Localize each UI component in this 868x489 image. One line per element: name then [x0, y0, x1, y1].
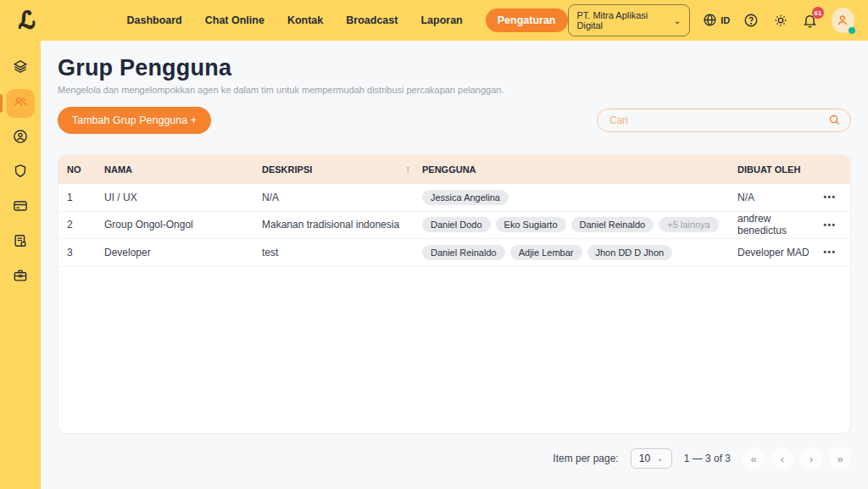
tab-chat-online[interactable]: Chat Online: [205, 14, 264, 26]
table-body: 1 UI / UX N/A Jessica Angelina N/A ••• 2…: [58, 184, 850, 267]
user-chip: Adjie Lembar: [510, 245, 582, 260]
sidebar-item-billing[interactable]: [6, 193, 35, 222]
shield-icon: [12, 163, 29, 183]
user-group-icon: [12, 93, 29, 114]
language-label: ID: [721, 15, 730, 25]
last-page-button[interactable]: »: [829, 447, 851, 470]
row-actions-button[interactable]: •••: [810, 192, 850, 202]
sidebar-item-security[interactable]: [6, 158, 35, 187]
cell-pengguna: Jessica Angelina: [422, 190, 737, 205]
cell-pengguna: Daniel DodoEko SugiartoDaniel Reinaldo+5…: [422, 217, 737, 232]
add-group-button[interactable]: Tambah Grup Pengguna +: [58, 107, 211, 134]
cell-deskripsi: Makanan tradisional indonesia: [262, 219, 422, 231]
cell-dibuat-oleh: Developer MAD: [737, 247, 810, 258]
briefcase-icon: [12, 267, 29, 287]
column-header-deskripsi[interactable]: DESKRIPSI ↑: [262, 164, 422, 175]
credit-card-icon: [12, 197, 29, 218]
items-per-page-select[interactable]: 10 ⌄: [631, 448, 672, 469]
table-row: 3 Developer test Daniel ReinaldoAdjie Le…: [58, 239, 850, 267]
sidebar-item-account[interactable]: [6, 124, 35, 153]
user-avatar[interactable]: [832, 8, 854, 33]
pagination-buttons: « ‹ › »: [743, 447, 851, 470]
table-header-row: NO NAMA DESKRIPSI ↑ PENGGUNA DIBUAT OLEH: [58, 155, 850, 184]
pagination: Item per page: 10 ⌄ 1 — 3 of 3 « ‹ › »: [58, 447, 851, 470]
page-description: Mengelola dan mengelompokkan agen ke dal…: [58, 85, 851, 95]
column-header-pengguna: PENGGUNA: [422, 164, 737, 175]
next-page-button[interactable]: ›: [800, 447, 822, 470]
tab-kontak[interactable]: Kontak: [287, 14, 323, 26]
search-box: [597, 108, 851, 132]
sort-asc-icon[interactable]: ↑: [405, 164, 410, 175]
cell-no: 3: [67, 247, 104, 258]
notification-badge: 61: [812, 7, 824, 19]
cell-nama: Developer: [104, 247, 262, 258]
user-chip: Daniel Reinaldo: [422, 245, 505, 260]
online-status-dot: [849, 27, 855, 34]
column-header-no: NO: [67, 164, 104, 175]
user-chip: Jessica Angelina: [422, 190, 509, 205]
user-groups-table: NO NAMA DESKRIPSI ↑ PENGGUNA DIBUAT OLEH…: [58, 154, 851, 434]
user-chip: Eko Sugiarto: [496, 217, 566, 232]
main-nav: Dashboard Chat Online Kontak Broadcast L…: [126, 8, 567, 32]
brand-logo-icon[interactable]: ℒ: [19, 9, 35, 32]
cell-pengguna: Daniel ReinaldoAdjie LembarJhon DD D Jho…: [422, 245, 737, 260]
layers-icon: [12, 58, 29, 79]
cell-no: 1: [67, 192, 104, 203]
cell-deskripsi: test: [262, 247, 422, 258]
pagination-range: 1 — 3 of 3: [684, 453, 731, 464]
sidebar: [0, 41, 41, 489]
company-selector-value: PT. Mitra Aplikasi Digital: [577, 10, 665, 31]
tab-pengaturan[interactable]: Pengaturan: [486, 8, 568, 32]
main-content: Grup Pengguna Mengelola dan mengelompokk…: [41, 41, 868, 470]
items-per-page-value: 10: [639, 453, 650, 464]
theme-toggle[interactable]: [772, 11, 789, 30]
company-selector[interactable]: PT. Mitra Aplikasi Digital ⌄: [568, 4, 691, 36]
prev-page-button[interactable]: ‹: [771, 447, 793, 470]
active-indicator: [0, 94, 3, 113]
cell-no: 2: [67, 219, 104, 231]
column-header-nama: NAMA: [104, 164, 262, 175]
tab-laporan[interactable]: Laporan: [420, 14, 462, 26]
tab-broadcast[interactable]: Broadcast: [346, 14, 398, 26]
globe-icon: [703, 13, 717, 29]
controls-row: Tambah Grup Pengguna +: [58, 107, 851, 134]
help-button[interactable]: ?: [743, 11, 760, 30]
user-chip: Daniel Reinaldo: [571, 217, 654, 232]
cell-nama: UI / UX: [104, 192, 262, 203]
search-input[interactable]: [597, 108, 851, 132]
search-icon[interactable]: [828, 114, 841, 130]
cell-nama: Group Ongol-Ongol: [104, 219, 262, 231]
tab-dashboard[interactable]: Dashboard: [126, 14, 181, 26]
invoice-icon: [12, 232, 29, 253]
cell-dibuat-oleh: N/A: [737, 192, 810, 203]
more-users-chip[interactable]: +5 lainnya: [659, 217, 718, 232]
sidebar-item-user-groups[interactable]: [6, 89, 35, 118]
language-toggle[interactable]: ID: [703, 13, 730, 29]
page-title: Grup Pengguna: [58, 54, 851, 81]
column-header-dibuat-oleh: DIBUAT OLEH: [737, 164, 810, 175]
cell-deskripsi: N/A: [262, 192, 422, 203]
sidebar-item-invoices[interactable]: [6, 228, 35, 257]
user-chip: Daniel Dodo: [422, 217, 491, 232]
topbar: ℒ Dashboard Chat Online Kontak Broadcast…: [0, 0, 868, 41]
table-row: 1 UI / UX N/A Jessica Angelina N/A •••: [58, 184, 850, 212]
sidebar-item-workspace[interactable]: [6, 263, 35, 292]
cell-dibuat-oleh: andrew benedictus: [737, 213, 810, 236]
chevron-down-icon: ⌄: [674, 16, 681, 25]
row-actions-button[interactable]: •••: [810, 247, 850, 257]
table-row: 2 Group Ongol-Ongol Makanan tradisional …: [58, 212, 850, 240]
user-chip: Jhon DD D Jhon: [587, 245, 673, 260]
first-page-button[interactable]: «: [743, 447, 765, 470]
items-per-page-label: Item per page:: [553, 453, 618, 464]
row-actions-button[interactable]: •••: [810, 220, 850, 230]
notifications-button[interactable]: 61: [802, 11, 819, 30]
chevron-down-icon: ⌄: [657, 454, 664, 463]
topbar-right-controls: PT. Mitra Aplikasi Digital ⌄ ID ?: [568, 4, 855, 36]
sidebar-item-layers[interactable]: [6, 54, 35, 83]
user-circle-icon: [12, 128, 29, 148]
